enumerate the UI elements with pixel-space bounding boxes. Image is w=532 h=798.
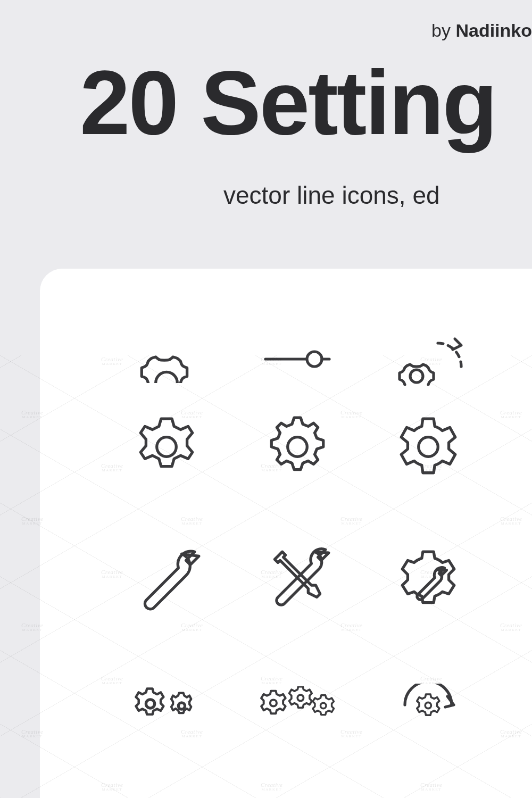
wrench-icon bbox=[101, 513, 232, 646]
svg-point-12 bbox=[425, 702, 431, 708]
watermark-label: CreativeMARKET bbox=[101, 463, 123, 472]
svg-point-4 bbox=[157, 437, 177, 457]
watermark-label: CreativeMARKET bbox=[261, 676, 282, 685]
byline: by Nadiinko bbox=[431, 20, 532, 41]
watermark-label: CreativeMARKET bbox=[420, 569, 442, 579]
watermark-label: CreativeMARKET bbox=[261, 569, 282, 579]
gears-pair-icon bbox=[101, 678, 232, 732]
watermark-label: CreativeMARKET bbox=[101, 356, 123, 366]
watermark-label: CreativeMARKET bbox=[340, 516, 362, 526]
watermark-label: CreativeMARKET bbox=[181, 729, 203, 738]
watermark-label: CreativeMARKET bbox=[261, 463, 282, 472]
watermark-label: CreativeMARKET bbox=[261, 356, 282, 366]
watermark-label: CreativeMARKET bbox=[21, 729, 43, 738]
watermark-label: CreativeMARKET bbox=[181, 410, 203, 419]
watermark-label: CreativeMARKET bbox=[500, 516, 522, 526]
page-subtitle: vector line icons, ed bbox=[223, 181, 440, 210]
icon-grid bbox=[0, 306, 532, 763]
watermark-label: CreativeMARKET bbox=[420, 782, 442, 792]
gear-sync-icon bbox=[363, 678, 494, 732]
gears-triple-icon bbox=[232, 678, 363, 732]
watermark-label: CreativeMARKET bbox=[340, 729, 362, 738]
svg-point-9 bbox=[270, 700, 277, 706]
gear-basic-icon bbox=[101, 380, 232, 513]
gear-rounded-icon bbox=[363, 380, 494, 513]
watermark-label: CreativeMARKET bbox=[181, 622, 203, 632]
svg-point-11 bbox=[320, 703, 326, 709]
watermark-label: CreativeMARKET bbox=[420, 356, 442, 366]
watermark-label: CreativeMARKET bbox=[101, 782, 123, 792]
watermark-label: CreativeMARKET bbox=[101, 676, 123, 685]
watermark-label: CreativeMARKET bbox=[340, 622, 362, 632]
watermark-label: CreativeMARKET bbox=[21, 410, 43, 419]
watermark-label: CreativeMARKET bbox=[101, 569, 123, 579]
watermark-label: CreativeMARKET bbox=[21, 516, 43, 526]
svg-point-6 bbox=[419, 437, 438, 457]
byline-prefix: by bbox=[431, 20, 451, 40]
svg-point-8 bbox=[178, 703, 185, 709]
watermark-label: CreativeMARKET bbox=[21, 622, 43, 632]
watermark-label: CreativeMARKET bbox=[261, 782, 282, 792]
watermark-label: CreativeMARKET bbox=[500, 622, 522, 632]
svg-point-10 bbox=[297, 695, 303, 701]
watermark-label: CreativeMARKET bbox=[500, 410, 522, 419]
watermark-label: CreativeMARKET bbox=[181, 516, 203, 526]
byline-author: Nadiinko bbox=[455, 20, 532, 40]
watermark-label: CreativeMARKET bbox=[420, 463, 442, 472]
gear-wrench-icon bbox=[363, 513, 494, 646]
svg-point-7 bbox=[146, 700, 154, 708]
gear-detailed-icon bbox=[232, 380, 363, 513]
watermark-label: CreativeMARKET bbox=[500, 729, 522, 738]
svg-point-1 bbox=[307, 352, 322, 367]
page-title: 20 Setting bbox=[80, 51, 496, 155]
watermark-label: CreativeMARKET bbox=[340, 410, 362, 419]
watermark-label: CreativeMARKET bbox=[420, 676, 442, 685]
svg-point-5 bbox=[288, 437, 307, 457]
